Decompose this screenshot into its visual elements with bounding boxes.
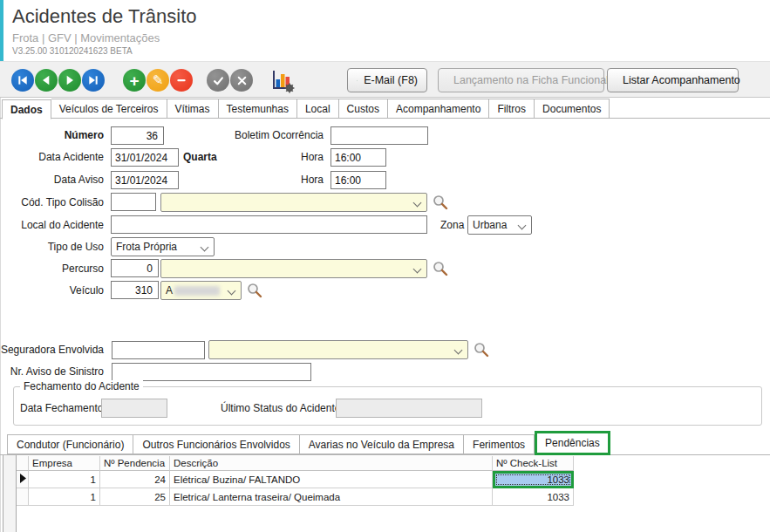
- tab-dados[interactable]: Dados: [2, 99, 51, 119]
- chevron-down-icon: [518, 222, 527, 230]
- last-record-button[interactable]: [82, 69, 105, 92]
- seguradora-search-icon[interactable]: [474, 342, 489, 358]
- colisao-search-icon[interactable]: [433, 194, 448, 210]
- tab-custos[interactable]: Custos: [339, 99, 388, 119]
- listar-acompanhamento-label: Listar Acompanhamento: [623, 74, 740, 86]
- tab-avarias-veiculo[interactable]: Avarias no Veículo da Empresa: [300, 434, 464, 454]
- current-row-marker-icon: [19, 474, 26, 483]
- first-record-icon: [16, 73, 30, 87]
- redacted-text: [174, 286, 220, 296]
- tab-acompanhamento[interactable]: Acompanhamento: [388, 99, 489, 119]
- cell-empresa[interactable]: 1: [29, 471, 100, 488]
- cod-tipo-colisao-label: Cód. Tipo Colisão: [0, 196, 107, 208]
- boletim-field[interactable]: [330, 126, 428, 145]
- ultimo-status-label: Último Status do Acidente: [221, 402, 340, 414]
- chevron-down-icon: [413, 199, 422, 208]
- cell-descricao[interactable]: Elétrica/ Buzina/ FALTANDO: [170, 471, 493, 488]
- grid-left-gutter: [3, 455, 17, 532]
- tab-pendencias[interactable]: Pendências: [535, 431, 610, 455]
- cell-pendencia[interactable]: 24: [100, 471, 170, 488]
- tab-vitimas[interactable]: Vítimas: [167, 99, 219, 119]
- toolbar: + ✎: [0, 61, 770, 98]
- version-label: V3.25.00 310120241623 BETA: [12, 46, 133, 56]
- data-acidente-field[interactable]: [111, 148, 179, 167]
- tab-veiculos-terceiros[interactable]: Veículos de Terceiros: [51, 99, 167, 119]
- first-record-button[interactable]: [11, 69, 34, 92]
- tipo-uso-label: Tipo de Uso: [0, 241, 107, 253]
- confirm-button[interactable]: [207, 69, 229, 92]
- row-marker-cell: [17, 471, 29, 488]
- local-acidente-field[interactable]: [111, 215, 427, 234]
- edit-record-button[interactable]: ✎: [147, 69, 169, 92]
- veiculo-label: Veículo: [0, 284, 107, 297]
- cancel-icon: [236, 75, 248, 86]
- tab-ferimentos[interactable]: Ferimentos: [464, 434, 535, 454]
- chart-button[interactable]: [269, 67, 295, 93]
- cell-checklist-selected[interactable]: 1033: [493, 471, 574, 488]
- data-aviso-field[interactable]: [111, 171, 179, 189]
- tab-testemunhas[interactable]: Testemunhas: [219, 99, 297, 119]
- edit-icon: ✎: [153, 72, 164, 88]
- listar-acompanhamento-button[interactable]: Listar Acompanhamento: [607, 68, 739, 92]
- tab-outros-funcionarios[interactable]: Outros Funcionários Envolvidos: [133, 434, 299, 454]
- numero-field[interactable]: [111, 126, 164, 145]
- tab-local[interactable]: Local: [297, 99, 339, 119]
- column-header-descricao[interactable]: Descrição: [170, 456, 493, 471]
- add-record-button[interactable]: +: [123, 69, 146, 92]
- cell-empresa[interactable]: 1: [29, 488, 100, 506]
- next-record-button[interactable]: [58, 69, 81, 92]
- hora-aviso-field[interactable]: [330, 171, 386, 189]
- tab-condutor-funcionario[interactable]: Condutor (Funcionário): [7, 434, 133, 454]
- percurso-code-field[interactable]: [111, 259, 159, 277]
- column-header-empresa[interactable]: Empresa: [29, 456, 100, 471]
- seguradora-code-field[interactable]: [112, 341, 205, 359]
- tipo-uso-select-value: Frota Própria: [116, 241, 177, 253]
- data-fechamento-field: [101, 399, 167, 418]
- page-title: Acidentes de Trânsito: [12, 5, 197, 28]
- delete-record-button[interactable]: [170, 69, 193, 92]
- email-button[interactable]: E-Mail (F8): [347, 68, 427, 92]
- pendencias-grid: Empresa Nº Pendencia Descrição Nº Check-…: [17, 456, 574, 506]
- tab-filtros[interactable]: Filtros: [489, 99, 535, 119]
- column-header-pendencia[interactable]: Nº Pendencia: [100, 456, 170, 471]
- row-marker-cell: [17, 488, 29, 506]
- percurso-label: Percurso: [0, 263, 107, 275]
- main-tab-strip: Dados Veículos de Terceiros Vítimas Test…: [0, 99, 770, 119]
- veiculo-code-field[interactable]: [111, 281, 159, 299]
- chevron-down-icon: [228, 287, 236, 296]
- cancel-button[interactable]: [230, 69, 253, 92]
- tab-documentos[interactable]: Documentos: [535, 99, 610, 119]
- chevron-down-icon: [454, 346, 463, 355]
- veiculo-combo[interactable]: A: [160, 281, 242, 300]
- local-acidente-label: Local do Acidente: [0, 219, 107, 231]
- detail-tab-strip: Condutor (Funcionário) Outros Funcionári…: [0, 431, 770, 454]
- last-record-icon: [86, 73, 100, 87]
- cell-pendencia[interactable]: 25: [100, 488, 170, 506]
- data-aviso-label: Data Aviso: [0, 174, 107, 186]
- breadcrumb: Frota | GFV | Movimentações: [12, 31, 160, 44]
- zona-label: Zona: [440, 219, 464, 231]
- cod-tipo-colisao-combo[interactable]: [160, 193, 427, 212]
- hora-acidente-field[interactable]: [330, 148, 386, 167]
- cell-descricao[interactable]: Eletrica/ Lanterna traseira/ Queimada: [170, 488, 493, 506]
- percurso-search-icon[interactable]: [433, 261, 448, 276]
- percurso-combo[interactable]: [160, 259, 427, 278]
- accident-window: Acidentes de Trânsito Frota | GFV | Movi…: [0, 0, 770, 532]
- nr-aviso-sinistro-field[interactable]: [112, 363, 311, 381]
- seguradora-combo[interactable]: [208, 340, 468, 359]
- boletim-label: Boletim Ocorrência: [220, 129, 327, 141]
- veiculo-search-icon[interactable]: [247, 283, 262, 298]
- cod-tipo-colisao-code-field[interactable]: [111, 193, 156, 211]
- accent-bar: [0, 0, 3, 61]
- hora-acidente-label: Hora: [220, 151, 327, 163]
- seguradora-label: Seguradora Envolvida: [0, 344, 107, 356]
- data-acidente-label: Data Acidente: [0, 151, 107, 163]
- tipo-uso-select[interactable]: Frota Própria: [111, 237, 215, 256]
- previous-record-button[interactable]: [35, 69, 58, 92]
- data-fechamento-label: Data Fechamento: [20, 402, 103, 414]
- cell-checklist[interactable]: 1033: [493, 488, 574, 506]
- column-header-checklist[interactable]: Nº Check-List: [493, 456, 574, 471]
- zona-select[interactable]: Urbana: [467, 215, 532, 235]
- nr-aviso-sinistro-label: Nr. Aviso de Sinistro: [0, 365, 107, 378]
- veiculo-combo-value: A: [166, 284, 173, 297]
